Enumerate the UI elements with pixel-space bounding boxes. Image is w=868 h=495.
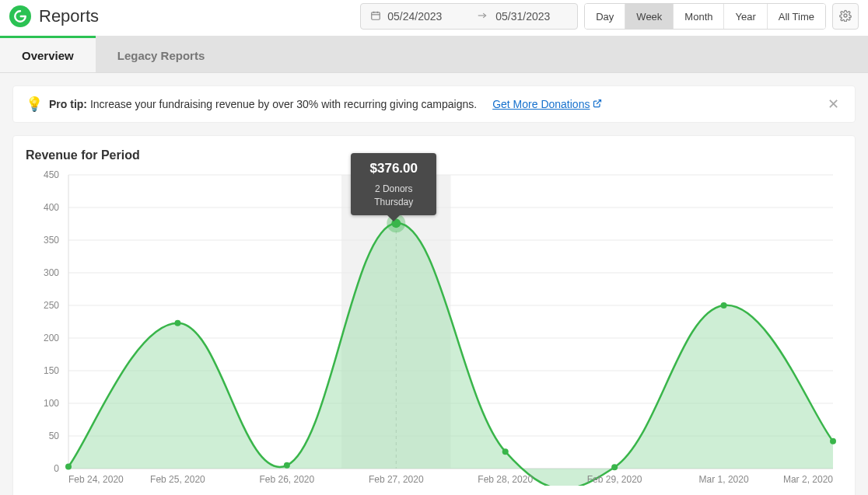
gear-icon — [839, 9, 852, 24]
range-year[interactable]: Year — [724, 4, 767, 29]
revenue-chart: 050100150200250300350400450Feb 24, 2020F… — [26, 167, 841, 486]
svg-text:200: 200 — [44, 333, 59, 343]
tab-legacy-reports[interactable]: Legacy Reports — [96, 36, 227, 72]
svg-text:Mar 1, 2020: Mar 1, 2020 — [699, 474, 749, 485]
svg-text:300: 300 — [44, 267, 59, 278]
svg-point-31 — [65, 463, 72, 469]
range-alltime[interactable]: All Time — [768, 4, 825, 29]
calendar-icon — [370, 10, 381, 23]
range-week[interactable]: Week — [625, 4, 674, 29]
protip-link[interactable]: Get More Donations — [492, 98, 602, 110]
svg-text:400: 400 — [44, 202, 59, 213]
header-bar: Reports 05/24/2023 05/31/2023 Day Week M… — [0, 0, 868, 36]
date-range-picker[interactable]: 05/24/2023 05/31/2023 — [360, 3, 578, 30]
range-month[interactable]: Month — [674, 4, 724, 29]
svg-point-38 — [721, 302, 727, 309]
svg-text:Feb 29, 2020: Feb 29, 2020 — [587, 474, 642, 485]
svg-text:Mar 2, 2020: Mar 2, 2020 — [783, 474, 833, 485]
date-start-text: 05/24/2023 — [387, 10, 442, 23]
revenue-card: Revenue for Period 050100150200250300350… — [12, 135, 856, 495]
svg-text:Feb 27, 2020: Feb 27, 2020 — [369, 474, 424, 485]
external-link-icon — [593, 98, 602, 110]
brand-logo — [9, 5, 31, 27]
svg-point-36 — [502, 448, 509, 455]
svg-point-5 — [844, 14, 847, 17]
svg-text:450: 450 — [44, 169, 59, 180]
range-day[interactable]: Day — [585, 4, 625, 29]
svg-text:Feb 24, 2020: Feb 24, 2020 — [68, 474, 124, 485]
protip-close-button[interactable]: ✕ — [824, 96, 842, 113]
protip-banner: 💡 Pro tip: Increase your fundraising rev… — [12, 85, 856, 123]
tab-bar: Overview Legacy Reports — [0, 36, 868, 73]
svg-point-32 — [174, 320, 180, 326]
svg-point-39 — [830, 438, 836, 444]
svg-line-6 — [597, 100, 601, 105]
lightbulb-icon: 💡 — [26, 96, 43, 113]
svg-rect-0 — [372, 12, 380, 19]
svg-text:Feb 25, 2020: Feb 25, 2020 — [150, 474, 205, 485]
range-segmented-control: Day Week Month Year All Time — [584, 3, 826, 30]
svg-text:250: 250 — [44, 300, 59, 311]
svg-text:Feb 26, 2020: Feb 26, 2020 — [259, 474, 314, 485]
close-icon: ✕ — [828, 96, 839, 112]
tab-overview[interactable]: Overview — [0, 36, 96, 72]
svg-text:100: 100 — [44, 398, 59, 409]
svg-text:50: 50 — [49, 431, 60, 441]
svg-text:150: 150 — [44, 365, 59, 376]
date-end-text: 05/31/2023 — [495, 10, 550, 23]
chart-tooltip: $376.00 2 Donors Thursday — [351, 153, 436, 215]
svg-point-37 — [611, 464, 618, 470]
arrow-right-icon — [475, 10, 489, 23]
svg-text:350: 350 — [44, 235, 59, 246]
settings-button[interactable] — [832, 3, 859, 30]
protip-text: Pro tip: Increase your fundraising reven… — [49, 98, 477, 110]
svg-point-33 — [284, 462, 290, 469]
svg-text:0: 0 — [54, 463, 59, 474]
svg-text:Feb 28, 2020: Feb 28, 2020 — [478, 474, 533, 485]
page-title: Reports — [39, 6, 99, 26]
